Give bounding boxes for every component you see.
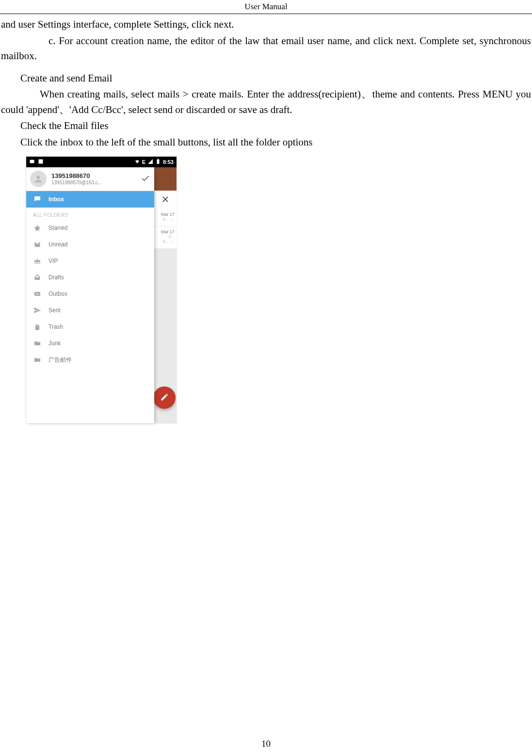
doc-header-title: User Manual xyxy=(244,2,287,11)
section-check-files: Check the Email files xyxy=(1,118,531,134)
drawer-item-inbox[interactable]: Inbox xyxy=(26,191,154,208)
trash-icon xyxy=(33,322,42,331)
mail-date: Mar 17 xyxy=(155,212,175,217)
blank-line xyxy=(1,65,531,70)
message-icon xyxy=(29,159,35,165)
mail-row[interactable]: Mar 17 3... 5... ☆ xyxy=(154,226,177,249)
drawer-item-label: 广告邮件 xyxy=(48,356,72,364)
drawer-item-label: Outbox xyxy=(48,290,67,297)
inbox-icon xyxy=(33,195,42,204)
drawer-item-drafts[interactable]: Drafts xyxy=(26,269,154,286)
folder-icon xyxy=(33,355,42,364)
svg-point-4 xyxy=(37,176,40,179)
drawer-item-unread[interactable]: Unread xyxy=(26,236,154,253)
signal-icon xyxy=(147,159,153,165)
mail-content-sliver: Mar 17 6... ☆ Mar 17 3... 5... ☆ xyxy=(154,167,177,423)
drawer-item-label: Unread xyxy=(48,241,67,248)
battery-icon xyxy=(155,159,161,165)
star-icon[interactable]: ☆ xyxy=(170,217,175,223)
paragraph-6: Click the inbox to the left of the small… xyxy=(1,135,531,150)
star-icon[interactable]: ☆ xyxy=(170,239,175,245)
status-bar: E 8:53 xyxy=(26,157,177,167)
body-text: and user Settings interface, complete Se… xyxy=(0,17,532,150)
drawer-item-label: Sent xyxy=(48,307,61,314)
page-number: 10 xyxy=(0,739,532,749)
header-rule xyxy=(0,14,532,14)
mail-snippet: 6... xyxy=(162,217,169,223)
account-email: 13951988670@163.c... xyxy=(51,180,136,185)
drawer-item-label: Starred xyxy=(48,225,67,231)
star-icon xyxy=(33,224,42,232)
drawer-item-label: Junk xyxy=(48,340,61,347)
wifi-icon xyxy=(134,159,140,165)
drawer-item-junk[interactable]: Junk xyxy=(26,335,154,352)
svg-rect-1 xyxy=(39,160,43,164)
mail-snippet: 3... xyxy=(155,234,175,239)
paragraph-1: and user Settings interface, complete Se… xyxy=(1,17,531,32)
drawer-section-label: ALL FOLDERS xyxy=(26,208,154,220)
mail-snippet: 5... xyxy=(162,239,169,245)
phone-screenshot: E 8:53 Mar 17 xyxy=(26,157,177,423)
drawer-item-label: Trash xyxy=(48,323,63,330)
paragraph-4: When creating mails, select mails > crea… xyxy=(1,87,531,117)
svg-rect-3 xyxy=(158,159,159,160)
nav-drawer: 13951988670 13951988670@163.c... Inbox A… xyxy=(26,167,154,423)
account-check-icon xyxy=(141,174,150,185)
drawer-item-label: Inbox xyxy=(48,196,64,203)
avatar xyxy=(30,171,47,187)
drawer-item-trash[interactable]: Trash xyxy=(26,319,154,335)
outbox-icon xyxy=(33,290,42,298)
drawer-item-label: VIP xyxy=(48,257,58,264)
drawer-item-sent[interactable]: Sent xyxy=(26,302,154,319)
paragraph-2: c. For account creation name, the editor… xyxy=(1,33,531,64)
mail-row[interactable]: Mar 17 6... ☆ xyxy=(154,209,177,226)
drawer-item-label: Drafts xyxy=(48,274,64,281)
mail-icon xyxy=(33,240,42,249)
drafts-icon xyxy=(33,273,42,282)
drawer-item-starred[interactable]: Starred xyxy=(26,220,154,236)
pencil-icon xyxy=(160,393,169,403)
drawer-item-vip[interactable]: VIP xyxy=(26,253,154,269)
svg-rect-2 xyxy=(157,160,159,164)
account-name: 13951988670 xyxy=(51,173,136,179)
crown-icon xyxy=(33,257,42,265)
drawer-item-outbox[interactable]: Outbox xyxy=(26,286,154,302)
svg-rect-0 xyxy=(30,160,34,163)
status-time: 8:53 xyxy=(163,159,174,165)
compose-fab[interactable] xyxy=(154,386,176,409)
drawer-item-ads[interactable]: 广告邮件 xyxy=(26,352,154,368)
mail-date: Mar 17 xyxy=(155,229,175,234)
close-icon xyxy=(161,195,170,205)
doc-header: User Manual xyxy=(0,0,532,14)
close-button[interactable] xyxy=(154,191,177,209)
app-icon xyxy=(38,159,44,165)
send-icon xyxy=(33,306,42,315)
network-label: E xyxy=(142,159,145,165)
account-header[interactable]: 13951988670 13951988670@163.c... xyxy=(26,167,154,191)
folder-icon xyxy=(33,339,42,348)
section-create-send: Create and send Email xyxy=(1,71,531,86)
